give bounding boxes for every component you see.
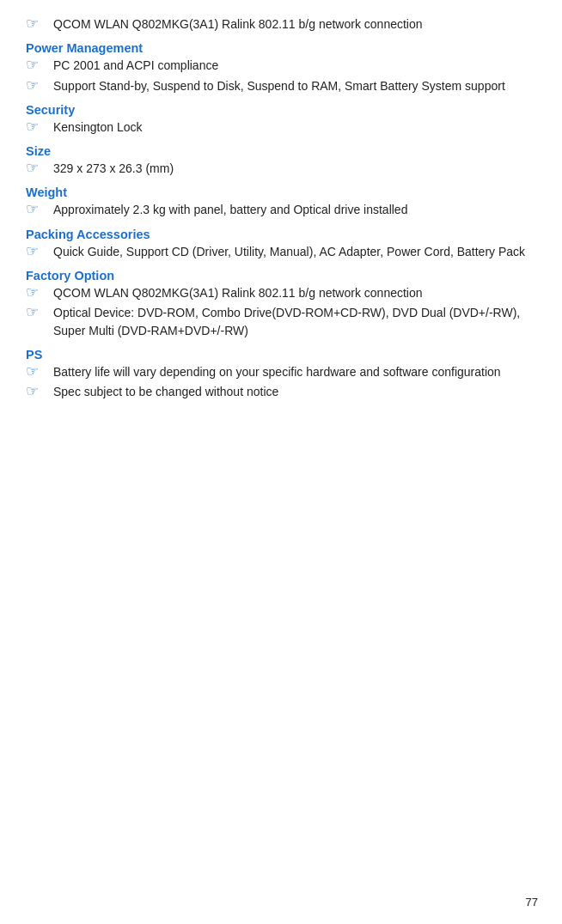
- bullet-text: QCOM WLAN Q802MKG(3A1) Ralink 802.11 b/g…: [53, 15, 536, 33]
- bullet-list-packing-accessories: ☞Quick Guide, Support CD (Driver, Utilit…: [26, 243, 536, 260]
- page-content: ☞QCOM WLAN Q802MKG(3A1) Ralink 802.11 b/…: [0, 0, 562, 456]
- bullet-list-intro-bullets: ☞QCOM WLAN Q802MKG(3A1) Ralink 802.11 b/…: [26, 15, 536, 33]
- bullet-text: PC 2001 and ACPI compliance: [53, 57, 536, 74]
- bullet-icon: ☞: [26, 382, 53, 400]
- bullet-list-weight: ☞Approximately 2.3 kg with panel, batter…: [26, 201, 536, 218]
- list-item: ☞Approximately 2.3 kg with panel, batter…: [26, 201, 536, 218]
- bullet-text: 329 x 273 x 26.3 (mm): [53, 160, 536, 177]
- bullet-list-size: ☞329 x 273 x 26.3 (mm): [26, 160, 536, 177]
- bullet-icon: ☞: [26, 362, 53, 380]
- section-heading-packing-accessories: Packing Accessories: [26, 228, 536, 241]
- bullet-text: QCOM WLAN Q802MKG(3A1) Ralink 802.11 b/g…: [53, 284, 536, 301]
- bullet-list-ps: ☞Battery life will vary depending on you…: [26, 363, 536, 401]
- section-heading-size: Size: [26, 144, 536, 158]
- list-item: ☞Battery life will vary depending on you…: [26, 363, 536, 380]
- bullet-text: Quick Guide, Support CD (Driver, Utility…: [53, 243, 536, 260]
- bullet-text: Spec subject to be changed without notic…: [53, 383, 536, 400]
- list-item: ☞Spec subject to be changed without noti…: [26, 383, 536, 400]
- bullet-icon: ☞: [26, 56, 53, 74]
- bullet-text: Battery life will vary depending on your…: [53, 363, 536, 380]
- bullet-icon: ☞: [26, 242, 53, 260]
- bullet-list-security: ☞Kensington Lock: [26, 119, 536, 136]
- bullet-text: Kensington Lock: [53, 119, 536, 136]
- bullet-text: Optical Device: DVD-ROM, Combo Drive(DVD…: [53, 304, 536, 339]
- section-heading-power-management: Power Management: [26, 41, 536, 55]
- list-item: ☞Quick Guide, Support CD (Driver, Utilit…: [26, 243, 536, 260]
- list-item: ☞Kensington Lock: [26, 119, 536, 136]
- page-number: 77: [526, 896, 538, 909]
- list-item: ☞QCOM WLAN Q802MKG(3A1) Ralink 802.11 b/…: [26, 15, 536, 33]
- list-item: ☞Optical Device: DVD-ROM, Combo Drive(DV…: [26, 304, 536, 339]
- bullet-text: Support Stand-by, Suspend to Disk, Suspe…: [53, 77, 536, 94]
- bullet-icon: ☞: [26, 159, 53, 177]
- list-item: ☞QCOM WLAN Q802MKG(3A1) Ralink 802.11 b/…: [26, 284, 536, 301]
- list-item: ☞Support Stand-by, Suspend to Disk, Susp…: [26, 77, 536, 94]
- section-heading-ps: PS: [26, 348, 536, 362]
- section-heading-factory-option: Factory Option: [26, 269, 536, 283]
- section-heading-weight: Weight: [26, 185, 536, 199]
- bullet-list-factory-option: ☞QCOM WLAN Q802MKG(3A1) Ralink 802.11 b/…: [26, 284, 536, 339]
- bullet-text: Approximately 2.3 kg with panel, battery…: [53, 201, 536, 218]
- bullet-icon: ☞: [26, 76, 53, 94]
- list-item: ☞329 x 273 x 26.3 (mm): [26, 160, 536, 177]
- bullet-icon: ☞: [26, 303, 53, 321]
- list-item: ☞PC 2001 and ACPI compliance: [26, 57, 536, 74]
- bullet-icon: ☞: [26, 118, 53, 136]
- bullet-icon: ☞: [26, 15, 53, 33]
- bullet-icon: ☞: [26, 283, 53, 301]
- bullet-list-power-management: ☞PC 2001 and ACPI compliance☞Support Sta…: [26, 57, 536, 94]
- section-heading-security: Security: [26, 103, 536, 117]
- bullet-icon: ☞: [26, 200, 53, 218]
